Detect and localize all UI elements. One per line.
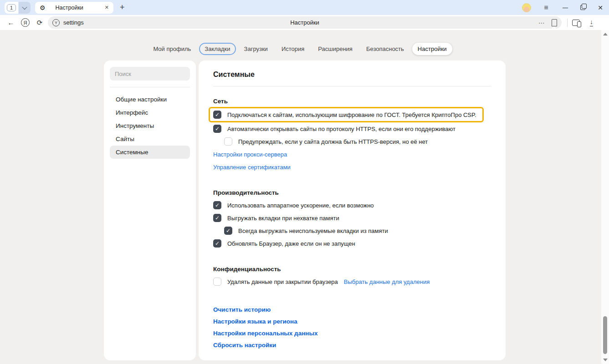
clear-history-link[interactable]: Очистить историю — [213, 306, 491, 313]
checkbox-always-unload[interactable]: ✓ — [224, 227, 232, 235]
check-icon: ✓ — [215, 202, 220, 208]
checkbox-label: Удалять данные при закрытии браузера — [227, 278, 338, 285]
title-divider — [213, 86, 491, 86]
side-panel-icon[interactable] — [572, 20, 580, 26]
yandex-logo-icon[interactable]: Я — [21, 18, 30, 27]
checkbox-auto-update[interactable]: ✓ — [213, 239, 221, 248]
checkbox-gost[interactable]: ✓ — [213, 111, 221, 119]
checkbox-label: Предупреждать, если у сайта должна быть … — [238, 138, 428, 145]
page-title: Системные — [213, 71, 491, 79]
back-icon[interactable]: ← — [5, 19, 16, 26]
choose-data-link[interactable]: Выбрать данные для удаления — [344, 278, 430, 285]
tab-bookmarks[interactable]: Закладки — [199, 43, 235, 55]
check-icon: ✓ — [226, 228, 230, 233]
sidebar-item-general[interactable]: Общие настройки — [110, 93, 190, 106]
browser-tab-settings[interactable]: ⚙ Настройки ✕ — [35, 2, 113, 14]
tab-count-badge: 1 — [7, 4, 16, 11]
protect-badge-icon[interactable]: Y — [52, 19, 60, 26]
checkbox-label: Использовать аппаратное ускорение, если … — [227, 202, 374, 209]
browser-toolbar: ← Я ⟳ Y settings Настройки ⋯ ↓ — [0, 15, 609, 30]
minimize-button[interactable]: — — [561, 5, 569, 11]
check-icon: ✓ — [215, 126, 220, 131]
tab-title: Настройки — [56, 5, 98, 11]
highlighted-setting-gost: ✓ Подключаться к сайтам, использующим ши… — [209, 107, 484, 122]
profile-avatar[interactable] — [522, 3, 531, 12]
scroll-down-icon[interactable] — [603, 359, 608, 361]
reload-icon[interactable]: ⟳ — [34, 19, 45, 27]
section-privacy-heading: Конфиденциальность — [213, 266, 491, 273]
settings-page: Мой профиль Закладки Загрузки История Ра… — [0, 30, 609, 364]
checkbox-label: Всегда выгружать неиспользуемые вкладки … — [238, 228, 388, 234]
check-icon: ✓ — [215, 112, 220, 117]
checkbox-label: Выгружать вкладки при нехватке памяти — [227, 215, 339, 222]
settings-nav-tabs: Мой профиль Закладки Загрузки История Ра… — [0, 43, 600, 55]
search-input[interactable] — [110, 67, 190, 81]
checkbox-label: Обновлять Браузер, даже если он не запущ… — [227, 240, 355, 247]
checkbox-https-warn[interactable] — [224, 137, 232, 146]
toolbar-divider — [567, 19, 568, 27]
check-icon: ✓ — [215, 215, 220, 221]
tab-list-dropdown[interactable] — [19, 2, 31, 14]
scrollbar[interactable] — [601, 30, 609, 364]
tab-counter[interactable]: 1 — [5, 2, 31, 14]
close-window-button[interactable]: ✕ — [596, 4, 604, 11]
restore-window-button[interactable] — [580, 5, 585, 10]
tab-strip: 1 ⚙ Настройки ✕ + ≡ — ✕ — [0, 0, 609, 15]
close-tab-icon[interactable]: ✕ — [105, 5, 109, 10]
bookmark-icon[interactable] — [552, 19, 557, 26]
new-tab-button[interactable]: + — [120, 3, 125, 12]
tab-security[interactable]: Безопасность — [361, 43, 409, 55]
page-title-centered: Настройки — [48, 19, 562, 26]
language-region-link[interactable]: Настройки языка и региона — [213, 318, 491, 325]
checkbox-https-auto[interactable]: ✓ — [213, 125, 221, 133]
checkbox-hw-accel[interactable]: ✓ — [213, 201, 221, 209]
scroll-up-icon[interactable] — [603, 33, 608, 35]
sidebar-item-tools[interactable]: Инструменты — [110, 119, 190, 132]
sidebar-divider — [110, 87, 190, 87]
tab-settings[interactable]: Настройки — [412, 43, 452, 55]
sidebar-item-sites[interactable]: Сайты — [110, 132, 190, 146]
tab-extensions[interactable]: Расширения — [312, 43, 358, 55]
check-icon: ✓ — [215, 241, 220, 246]
checkbox-label: Подключаться к сайтам, использующим шифр… — [227, 111, 476, 118]
more-icon[interactable]: ⋯ — [538, 19, 545, 26]
sidebar-item-interface[interactable]: Интерфейс — [110, 106, 190, 119]
personal-data-link[interactable]: Настройки персональных данных — [213, 330, 491, 337]
tab-downloads[interactable]: Загрузки — [239, 43, 273, 55]
address-value[interactable]: settings — [63, 19, 84, 26]
settings-sidebar: Общие настройки Интерфейс Инструменты Са… — [104, 61, 196, 360]
settings-main-panel: Системные Сеть ✓ Подключаться к сайтам, … — [199, 61, 506, 360]
checkbox-clear-on-close[interactable] — [213, 278, 221, 286]
address-bar[interactable]: Y settings Настройки ⋯ — [48, 16, 562, 29]
proxy-settings-link[interactable]: Настройки прокси-сервера — [213, 151, 287, 158]
checkbox-unload-tabs[interactable]: ✓ — [213, 214, 221, 222]
checkbox-label: Автоматически открывать сайты по протоко… — [227, 126, 455, 132]
browser-menu-button[interactable]: ≡ — [542, 4, 550, 12]
section-performance-heading: Производительность — [213, 189, 491, 196]
gear-icon: ⚙ — [40, 4, 46, 11]
reset-settings-link[interactable]: Сбросить настройки — [213, 342, 491, 349]
tab-my-profile[interactable]: Мой профиль — [148, 43, 196, 55]
certificates-link[interactable]: Управление сертификатами — [213, 164, 291, 171]
sidebar-item-system[interactable]: Системные — [110, 146, 190, 159]
chevron-down-icon — [22, 4, 27, 9]
tab-history[interactable]: История — [276, 43, 310, 55]
section-network-heading: Сеть — [213, 98, 491, 105]
downloads-icon[interactable]: ↓ — [590, 19, 593, 26]
scrollbar-thumb[interactable] — [603, 316, 607, 354]
